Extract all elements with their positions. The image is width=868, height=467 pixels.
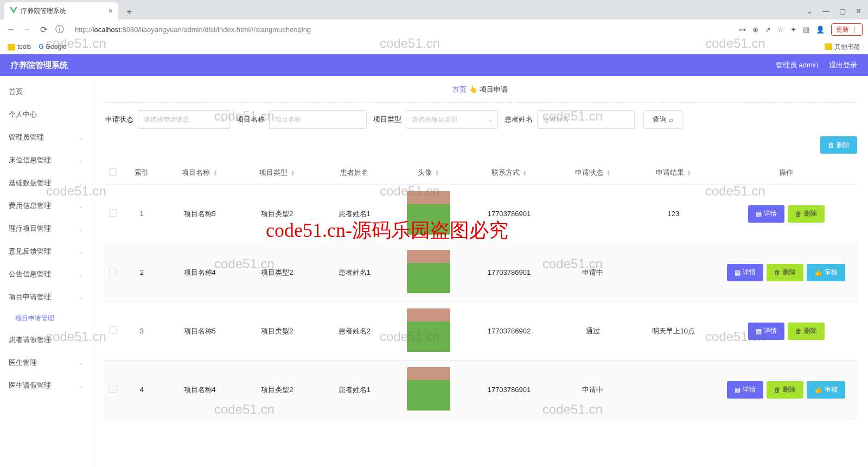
share-icon[interactable]: ↗ [765, 26, 771, 34]
back-icon[interactable]: ← [5, 24, 16, 34]
sidebar-item-label: 理疗项目管理 [9, 224, 51, 234]
sidebar-item[interactable]: 医生管理⌄ [0, 351, 92, 374]
cell-index: 4 [123, 361, 161, 419]
tab-title: 疗养院管理系统 [21, 7, 66, 16]
col-header[interactable]: 联系方式 ▲▼ [464, 161, 554, 185]
delete-icon: 🗑 [795, 210, 802, 218]
cell-name: 项目名称5 [161, 302, 239, 361]
other-bookmarks[interactable]: 其他书签 [825, 42, 860, 52]
translate-icon[interactable]: ⊕ [752, 26, 758, 34]
cell-patient: 患者姓名1 [316, 185, 393, 243]
new-tab-button[interactable]: + [122, 4, 137, 20]
sidebar-subitem[interactable]: 项目申请管理 [0, 308, 92, 329]
filter-status-label: 申请状态 [105, 115, 133, 124]
delete-button[interactable]: 🗑 删除 [767, 381, 803, 399]
sidebar-item[interactable]: 床位信息管理⌄ [0, 149, 92, 172]
detail-button[interactable]: ▦ 详情 [748, 323, 784, 340]
vue-favicon-icon [10, 7, 17, 15]
bookmarks-bar: tools G Google 其他书签 [0, 39, 868, 54]
cell-type: 项目类型2 [238, 302, 316, 361]
chevron-down-icon: ⌄ [79, 180, 83, 186]
delete-button[interactable]: 🗑 删除 [767, 264, 803, 281]
tab-strip: 疗养院管理系统 × + ⌄ — ▢ ✕ [0, 0, 868, 20]
sidebar-item[interactable]: 管理员管理⌄ [0, 126, 92, 149]
row-checkbox[interactable] [109, 385, 117, 393]
folder-icon [825, 43, 832, 50]
audit-button[interactable]: 👍 审核 [807, 381, 845, 399]
delete-button[interactable]: 🗑 删除 [788, 205, 825, 223]
row-checkbox[interactable] [109, 268, 117, 275]
sidebar-item[interactable]: 个人中心 [0, 103, 92, 126]
user-label[interactable]: 管理员 admin [776, 60, 818, 70]
minimize-icon[interactable]: — [822, 7, 829, 15]
col-header[interactable]: 项目类型 ▲▼ [238, 161, 316, 185]
close-window-icon[interactable]: ✕ [856, 7, 861, 15]
sidebar-item[interactable]: 患者请假管理⌄ [0, 329, 92, 351]
bulk-delete-button[interactable]: 🗑 删除 [820, 136, 857, 154]
hand-icon: 👆 [469, 85, 477, 93]
info-icon[interactable]: ⓘ [54, 24, 65, 35]
maximize-icon[interactable]: ▢ [839, 7, 846, 15]
side-panel-icon[interactable]: ▥ [803, 26, 809, 34]
row-checkbox[interactable] [109, 209, 117, 217]
audit-button[interactable]: 👍 审核 [807, 264, 845, 281]
sidebar-item[interactable]: 基础数据管理⌄ [0, 172, 92, 194]
col-header[interactable]: 申请状态 ▲▼ [554, 161, 632, 185]
filter-type-select[interactable]: 请选择项目类型 [406, 110, 498, 129]
sidebar-item[interactable]: 理疗项目管理⌄ [0, 217, 92, 240]
profile-icon[interactable]: 👤 [816, 26, 825, 34]
col-header[interactable]: 项目名称 ▲▼ [161, 161, 239, 185]
cell-result: 明天早上10点 [631, 302, 715, 361]
bookmark-google[interactable]: G Google [39, 43, 66, 51]
data-table: 索引项目名称 ▲▼项目类型 ▲▼患者姓名头像 ▲▼联系方式 ▲▼申请状态 ▲▼申… [103, 161, 857, 419]
filter-type-label: 项目类型 [373, 115, 401, 124]
sidebar-item[interactable]: 医生请假管理⌄ [0, 374, 92, 397]
col-header[interactable]: 头像 ▲▼ [393, 161, 464, 185]
address-bar[interactable]: http://localhost:8080/liaoyangyuan/admin… [71, 26, 733, 34]
sidebar-item[interactable]: 费用信息管理⌄ [0, 194, 92, 217]
table-row: 1项目名称5项目类型2患者姓名117703786901123▦ 详情🗑 删除 [103, 185, 857, 243]
sidebar-item-label: 意见反馈管理 [9, 247, 51, 256]
detail-icon: ▦ [756, 327, 762, 335]
sidebar-item[interactable]: 首页 [0, 80, 92, 103]
sidebar-item[interactable]: 意见反馈管理⌄ [0, 240, 92, 263]
key-icon[interactable]: ⊶ [739, 26, 746, 34]
sidebar-item[interactable]: 项目申请管理⌄ [0, 286, 92, 308]
col-header[interactable]: 申请结果 ▲▼ [631, 161, 715, 185]
google-icon: G [39, 43, 43, 51]
filter-status-select[interactable]: 请选择申请状态 [138, 110, 230, 129]
bookmark-tools[interactable]: tools [8, 43, 31, 51]
cell-index: 3 [123, 302, 161, 361]
update-button[interactable]: 更新 ⋮ [831, 23, 863, 36]
row-actions: ▦ 详情🗑 删除👍 审核 [720, 381, 853, 399]
logout-link[interactable]: 退出登录 [829, 60, 857, 70]
cell-name: 项目名称4 [161, 361, 239, 419]
filter-patient-input[interactable]: 患者姓名 [537, 110, 635, 129]
row-actions: ▦ 详情🗑 删除 [720, 205, 853, 223]
star-icon[interactable]: ☆ [777, 26, 784, 34]
cell-result: 123 [631, 185, 715, 243]
detail-button[interactable]: ▦ 详情 [727, 381, 763, 399]
detail-button[interactable]: ▦ 详情 [748, 205, 784, 223]
sort-icon: ▲▼ [687, 170, 691, 176]
close-icon[interactable]: × [108, 7, 113, 15]
content: 首页 👆 项目申请 申请状态 请选择申请状态 项目名称 项目名称 项目类型 请选… [92, 76, 868, 467]
filter-name-input[interactable]: 项目名称 [269, 110, 367, 129]
chevron-down-icon[interactable]: ⌄ [807, 7, 813, 15]
reload-icon[interactable]: ⟳ [38, 24, 49, 35]
row-checkbox[interactable] [109, 326, 117, 334]
forward-icon[interactable]: → [22, 24, 33, 34]
chevron-down-icon: ⌄ [79, 135, 83, 141]
extensions-icon[interactable]: ✦ [790, 26, 796, 34]
query-button[interactable]: 查询 ⌕ [643, 110, 682, 129]
cell-status: 通过 [554, 302, 632, 361]
sidebar: 首页个人中心管理员管理⌄床位信息管理⌄基础数据管理⌄费用信息管理⌄理疗项目管理⌄… [0, 76, 92, 467]
detail-button[interactable]: ▦ 详情 [727, 264, 763, 281]
sidebar-item-label: 患者请假管理 [9, 335, 51, 345]
select-all-checkbox[interactable] [109, 168, 117, 176]
sidebar-item[interactable]: 公告信息管理⌄ [0, 263, 92, 286]
delete-button[interactable]: 🗑 删除 [788, 323, 825, 340]
browser-tab[interactable]: 疗养院管理系统 × [4, 2, 118, 20]
breadcrumb-home[interactable]: 首页 [452, 85, 467, 93]
folder-icon [8, 44, 15, 51]
